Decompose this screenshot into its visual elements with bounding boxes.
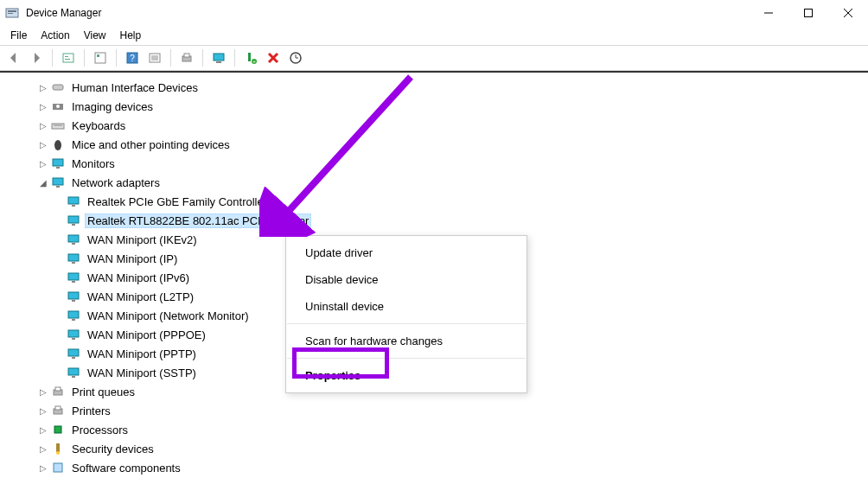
expander-icon[interactable]: ▷ [36, 444, 50, 454]
cpu-icon [50, 423, 66, 436]
expander-icon[interactable]: ▷ [36, 159, 50, 169]
menu-help[interactable]: Help [113, 28, 149, 43]
tb-print[interactable] [176, 48, 197, 68]
tree-node[interactable]: ▷Human Interface Devices [36, 78, 868, 97]
svg-rect-47 [72, 281, 75, 283]
svg-rect-49 [72, 300, 75, 302]
svg-rect-10 [95, 53, 105, 63]
mouse-icon [50, 137, 66, 151]
tb-pc[interactable] [208, 48, 229, 68]
tb-refresh[interactable] [285, 48, 306, 68]
back-button[interactable] [3, 48, 24, 68]
svg-rect-19 [184, 54, 189, 57]
adapter-icon [66, 233, 81, 246]
svg-rect-42 [68, 235, 79, 242]
tree-node[interactable]: ▷Software components [36, 458, 868, 477]
expander-icon[interactable]: ▷ [36, 121, 50, 131]
svg-point-64 [56, 451, 60, 455]
expander-icon[interactable]: ▷ [36, 425, 50, 435]
menu-action[interactable]: Action [34, 28, 76, 43]
context-menu-item[interactable]: Properties [286, 362, 527, 389]
tree-node[interactable]: ▷Processors [36, 420, 868, 439]
context-menu-item[interactable]: Uninstall device [286, 293, 527, 320]
svg-text:+: + [252, 59, 256, 64]
svg-rect-20 [214, 54, 224, 61]
svg-rect-4 [805, 10, 813, 17]
svg-point-33 [54, 140, 61, 150]
context-menu-item[interactable]: Scan for hardware changes [286, 328, 527, 354]
expander-icon[interactable]: ▷ [36, 83, 50, 92]
svg-rect-54 [68, 349, 79, 356]
tb-help[interactable]: ? [122, 48, 143, 68]
tb-remove[interactable] [263, 48, 284, 68]
toolbar-separator [202, 49, 203, 67]
expander-icon[interactable]: ◢ [36, 178, 50, 188]
svg-rect-44 [68, 254, 79, 261]
close-button[interactable] [828, 0, 868, 26]
tree-node-label: Software components [69, 461, 183, 475]
tree-node-label: Monitors [69, 156, 118, 171]
adapter-icon [66, 271, 81, 284]
context-menu-item[interactable]: Update driver [286, 239, 527, 266]
svg-rect-57 [72, 376, 75, 378]
toolbar-separator [52, 49, 53, 67]
svg-rect-21 [216, 61, 221, 63]
keyboard-icon [50, 118, 66, 132]
adapter-icon [66, 328, 81, 341]
tb-details[interactable] [144, 48, 165, 68]
tb-properties[interactable] [90, 48, 111, 68]
menu-view[interactable]: View [77, 28, 113, 43]
toolbar-separator [234, 49, 235, 67]
tree-node-label: Processors [69, 423, 131, 437]
svg-point-30 [56, 105, 60, 108]
expander-icon[interactable]: ▷ [36, 463, 50, 473]
expander-icon[interactable]: ▷ [36, 102, 50, 112]
menu-file[interactable]: File [3, 28, 34, 43]
svg-rect-2 [8, 13, 13, 14]
svg-rect-55 [72, 357, 75, 359]
app-icon [5, 6, 19, 20]
tree-node-label: WAN Miniport (Network Monitor) [85, 309, 252, 323]
tree-node-label: Realtek RTL8822BE 802.11ac PCIe Adapter [85, 213, 311, 228]
minimize-button[interactable] [749, 0, 788, 26]
svg-rect-41 [72, 224, 75, 226]
context-menu-item[interactable]: Disable device [286, 266, 527, 293]
device-tree-panel: ▷Human Interface Devices▷Imaging devices… [0, 71, 868, 497]
tree-node[interactable]: Realtek RTL8822BE 802.11ac PCIe Adapter [52, 211, 868, 230]
svg-rect-46 [68, 273, 79, 280]
tree-node[interactable]: Realtek PCIe GbE Family Controller [52, 192, 868, 211]
svg-rect-34 [53, 159, 63, 166]
tree-node[interactable]: ▷Keyboards [36, 116, 868, 135]
tree-node-label: WAN Miniport (IKEv2) [85, 233, 200, 247]
adapter-icon [66, 194, 81, 208]
svg-rect-1 [8, 10, 16, 12]
context-menu: Update driverDisable deviceUninstall dev… [285, 235, 527, 393]
tree-node-label: WAN Miniport (IP) [85, 252, 180, 266]
tree-node-label: Human Interface Devices [69, 80, 201, 95]
svg-rect-8 [65, 56, 68, 57]
expander-icon[interactable]: ▷ [36, 140, 50, 150]
forward-button[interactable] [26, 48, 47, 68]
tree-node[interactable]: ▷Imaging devices [36, 97, 868, 116]
tree-node[interactable]: ◢Network adapters [36, 173, 868, 192]
maximize-button[interactable] [788, 0, 828, 26]
svg-rect-38 [68, 197, 79, 204]
adapter-icon [66, 252, 81, 265]
expander-icon[interactable]: ▷ [36, 387, 50, 397]
titlebar: Device Manager [0, 0, 868, 26]
tb-add[interactable]: + [240, 48, 261, 68]
tree-node[interactable]: ▷Printers [36, 401, 868, 420]
svg-rect-22 [248, 53, 251, 61]
tree-node[interactable]: ▷Monitors [36, 154, 868, 173]
tree-node-label: WAN Miniport (SSTP) [85, 366, 199, 380]
tree-node[interactable]: ▷Security devices [36, 439, 868, 458]
monitor-icon [50, 156, 66, 170]
tree-node-label: Printers [69, 404, 113, 418]
svg-rect-59 [55, 387, 61, 391]
svg-rect-40 [68, 216, 79, 223]
svg-rect-39 [72, 205, 75, 207]
expander-icon[interactable]: ▷ [36, 406, 50, 416]
tree-node[interactable]: ▷Mice and other pointing devices [36, 135, 868, 154]
tb-showhidden[interactable] [58, 48, 79, 68]
imaging-icon [50, 99, 66, 113]
